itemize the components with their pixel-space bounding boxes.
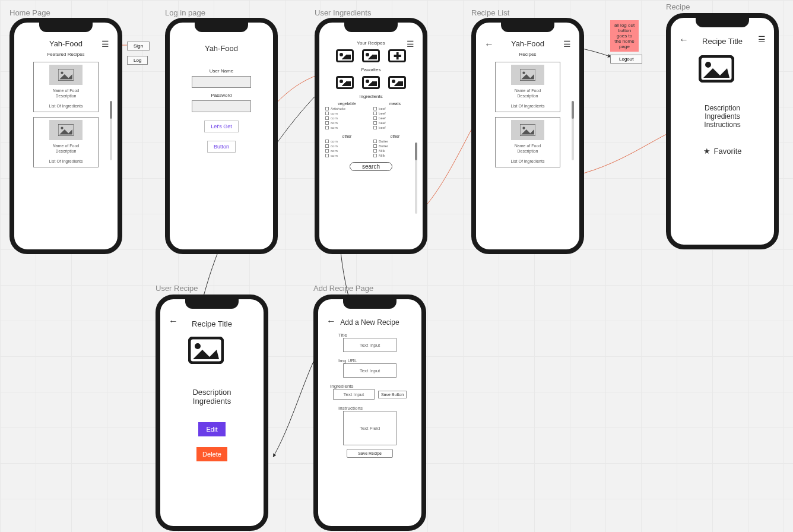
back-icon[interactable]: ← bbox=[484, 39, 494, 50]
phone-add-recipe: ← Add a New Recipe Title Text Input Img … bbox=[313, 294, 426, 531]
delete-button[interactable]: Delete bbox=[196, 447, 227, 461]
ingredient-checkbox-row[interactable]: corn bbox=[325, 126, 369, 129]
ingredient-checkbox-row[interactable]: Milk bbox=[373, 154, 417, 157]
edit-button[interactable]: Edit bbox=[198, 422, 226, 436]
favorite-thumb[interactable] bbox=[362, 76, 380, 89]
recipe-title: Recipe Title bbox=[702, 37, 743, 46]
ingredient-checkbox-row[interactable]: beef bbox=[373, 121, 417, 125]
vegetable-heading: vegetable bbox=[325, 102, 369, 106]
hamburger-icon[interactable]: ☰ bbox=[101, 39, 109, 49]
checkbox-icon[interactable] bbox=[325, 116, 329, 120]
password-input[interactable] bbox=[192, 100, 251, 112]
label-add-recipe: Add Recipe Page bbox=[313, 284, 373, 293]
menu-log-button[interactable]: Log bbox=[127, 56, 148, 65]
checkbox-icon[interactable] bbox=[373, 112, 377, 115]
phone-recipe: ← ☰ Recipe Title Description Ingredients… bbox=[666, 13, 779, 249]
menu-sign-button[interactable]: Sign bbox=[127, 42, 150, 50]
favorite-thumb[interactable] bbox=[336, 76, 354, 89]
img-url-input[interactable]: Text Input bbox=[343, 363, 396, 378]
notch bbox=[343, 298, 396, 309]
search-button[interactable]: search bbox=[350, 162, 392, 171]
recipe-thumb[interactable] bbox=[336, 49, 354, 62]
checkbox-icon[interactable] bbox=[373, 144, 377, 148]
checkbox-icon[interactable] bbox=[325, 107, 329, 110]
ingredient-checkbox-row[interactable]: beef bbox=[373, 116, 417, 120]
recipe-thumb[interactable] bbox=[362, 49, 380, 62]
recipes-heading: Recipes bbox=[519, 52, 537, 57]
checkbox-icon[interactable] bbox=[325, 140, 329, 143]
recipe-desc: Description bbox=[192, 388, 231, 397]
recipe-card[interactable]: Name of Food Description List Of Ingredi… bbox=[33, 117, 99, 167]
checkbox-icon[interactable] bbox=[325, 126, 329, 129]
card-ingredients: List Of Ingredients bbox=[49, 159, 83, 163]
favorite-thumb[interactable] bbox=[388, 76, 406, 89]
title-input[interactable]: Text Input bbox=[343, 338, 396, 352]
ingredient-checkbox-row[interactable]: corn bbox=[325, 112, 369, 115]
ingredient-checkbox-row[interactable]: Artichoke bbox=[325, 107, 369, 110]
back-icon[interactable]: ← bbox=[679, 34, 689, 45]
ingredient-checkbox-row[interactable]: corn bbox=[325, 144, 369, 148]
ingredient-label: Butter bbox=[379, 144, 388, 148]
username-input[interactable] bbox=[192, 76, 251, 88]
ingredient-label: beef bbox=[379, 112, 386, 115]
checkbox-icon[interactable] bbox=[373, 140, 377, 143]
ingredient-checkbox-row[interactable]: corn bbox=[325, 140, 369, 143]
scrollbar[interactable] bbox=[110, 101, 112, 160]
favorite-button[interactable]: ★ Favorite bbox=[703, 147, 742, 156]
secondary-button[interactable]: Button bbox=[207, 141, 236, 153]
ingredients-heading: Ingredients bbox=[359, 94, 383, 99]
label-user-recipe: User Recipe bbox=[156, 284, 198, 293]
app-title: Yah-Food bbox=[205, 44, 238, 53]
card-ingredients: List Of Ingredients bbox=[49, 104, 83, 108]
recipe-card[interactable]: Name of Food Description List Of Ingredi… bbox=[495, 62, 560, 112]
other-heading: other bbox=[325, 134, 369, 138]
checkbox-icon[interactable] bbox=[325, 144, 329, 148]
checkbox-icon[interactable] bbox=[325, 154, 329, 157]
save-recipe-button[interactable]: Save Recipe bbox=[347, 449, 393, 458]
recipe-card[interactable]: Name of Food Description List Of Ingredi… bbox=[33, 62, 99, 112]
ingredient-label: corn bbox=[331, 112, 338, 115]
save-ingredient-button[interactable]: Save Button bbox=[378, 391, 407, 398]
checkbox-icon[interactable] bbox=[373, 154, 377, 157]
ingredient-checkbox-row[interactable]: Milk bbox=[373, 149, 417, 153]
favorites-heading: Favorites bbox=[361, 67, 381, 72]
back-icon[interactable]: ← bbox=[169, 316, 178, 327]
hamburger-icon[interactable]: ☰ bbox=[758, 34, 766, 44]
checkbox-icon[interactable] bbox=[325, 149, 329, 153]
phone-user-recipe: ← Recipe Title Description Ingredients E… bbox=[156, 294, 268, 531]
checkbox-icon[interactable] bbox=[325, 121, 329, 125]
hamburger-icon[interactable]: ☰ bbox=[407, 39, 414, 49]
scrollbar[interactable] bbox=[572, 101, 574, 160]
ingredient-checkbox-row[interactable]: corn bbox=[325, 154, 369, 157]
ingredient-checkbox-row[interactable]: Butter bbox=[373, 144, 417, 148]
checkbox-icon[interactable] bbox=[373, 149, 377, 153]
checkbox-icon[interactable] bbox=[373, 126, 377, 129]
ingredient-checkbox-row[interactable]: Butter bbox=[373, 140, 417, 143]
ingredient-checkbox-row[interactable]: corn bbox=[325, 149, 369, 153]
ingredient-label: Milk bbox=[379, 154, 385, 157]
card-name: Name of Food bbox=[515, 144, 541, 148]
notch bbox=[344, 21, 398, 32]
checkbox-icon[interactable] bbox=[325, 112, 329, 115]
recipe-ingredients: Ingredients bbox=[193, 397, 231, 406]
checkbox-icon[interactable] bbox=[373, 121, 377, 125]
instructions-textarea[interactable]: Text Field bbox=[343, 411, 396, 445]
img-url-label: Img URL bbox=[338, 358, 357, 363]
recipe-instructions: Instructions bbox=[704, 121, 740, 129]
back-icon[interactable]: ← bbox=[326, 316, 336, 327]
lets-get-button[interactable]: Let's Get bbox=[204, 121, 239, 132]
add-recipe-button[interactable]: ✚ bbox=[388, 49, 406, 62]
ingredient-checkbox-row[interactable]: beef bbox=[373, 107, 417, 110]
checkbox-icon[interactable] bbox=[373, 107, 377, 110]
ingredient-checkbox-row[interactable]: beef bbox=[373, 112, 417, 115]
ingredient-checkbox-row[interactable]: corn bbox=[325, 116, 369, 120]
ingredient-checkbox-row[interactable]: beef bbox=[373, 126, 417, 129]
logout-button[interactable]: Logout bbox=[610, 55, 642, 64]
ingredients-input[interactable]: Text Input bbox=[333, 389, 375, 400]
ingredient-checkbox-row[interactable]: corn bbox=[325, 121, 369, 125]
card-desc: Description bbox=[517, 94, 538, 98]
hamburger-icon[interactable]: ☰ bbox=[563, 39, 571, 49]
scrollbar[interactable] bbox=[415, 142, 417, 214]
checkbox-icon[interactable] bbox=[373, 116, 377, 120]
recipe-card[interactable]: Name of Food Description List Of Ingredi… bbox=[495, 117, 560, 167]
